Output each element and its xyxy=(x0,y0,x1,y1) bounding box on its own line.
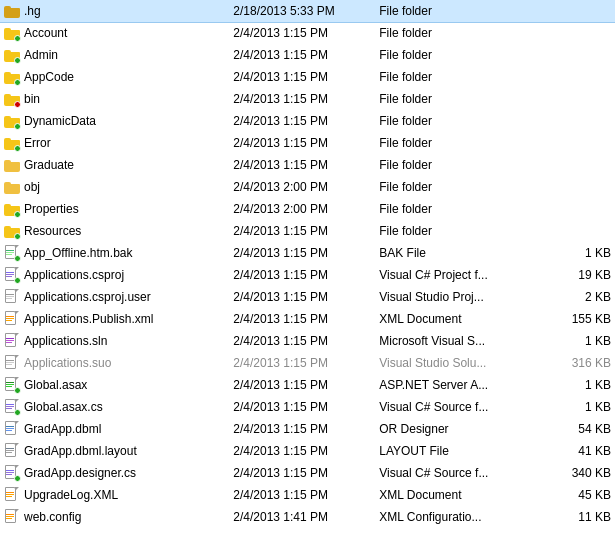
file-type: Microsoft Visual S... xyxy=(375,330,542,352)
file-name: .hg xyxy=(24,1,41,21)
file-icon xyxy=(4,289,20,305)
file-type: XML Document xyxy=(375,484,542,506)
file-type: LAYOUT File xyxy=(375,440,542,462)
file-date: 2/4/2013 2:00 PM xyxy=(229,176,375,198)
file-icon xyxy=(4,311,20,327)
file-name-cell: .hg xyxy=(0,0,229,22)
file-date: 2/4/2013 2:00 PM xyxy=(229,198,375,220)
file-type: Visual Studio Solu... xyxy=(375,352,542,374)
file-icon xyxy=(4,91,20,107)
file-type: File folder xyxy=(375,66,542,88)
file-icon xyxy=(4,201,20,217)
file-icon xyxy=(4,355,20,371)
table-row[interactable]: Global.asax.cs2/4/2013 1:15 PMVisual C# … xyxy=(0,396,615,418)
file-name-cell: Account xyxy=(0,22,229,44)
table-row[interactable]: Applications.Publish.xml2/4/2013 1:15 PM… xyxy=(0,308,615,330)
file-name-cell: AppCode xyxy=(0,66,229,88)
table-row[interactable]: Global.asax2/4/2013 1:15 PMASP.NET Serve… xyxy=(0,374,615,396)
table-row[interactable]: Applications.suo2/4/2013 1:15 PMVisual S… xyxy=(0,352,615,374)
file-name-cell: Properties xyxy=(0,198,229,220)
file-size: 155 KB xyxy=(542,308,615,330)
file-date: 2/4/2013 1:15 PM xyxy=(229,132,375,154)
file-type: Visual Studio Proj... xyxy=(375,286,542,308)
file-type: File folder xyxy=(375,220,542,242)
file-date: 2/4/2013 1:15 PM xyxy=(229,220,375,242)
file-icon xyxy=(4,113,20,129)
file-name: Properties xyxy=(24,199,79,219)
file-list: .hg2/18/2013 5:33 PMFile folderAccount2/… xyxy=(0,0,615,528)
file-size: 1 KB xyxy=(542,330,615,352)
file-icon xyxy=(4,333,20,349)
file-date: 2/4/2013 1:15 PM xyxy=(229,66,375,88)
file-name: GradApp.designer.cs xyxy=(24,463,136,483)
file-size xyxy=(542,220,615,242)
table-row[interactable]: GradApp.dbml.layout2/4/2013 1:15 PMLAYOU… xyxy=(0,440,615,462)
file-size: 1 KB xyxy=(542,396,615,418)
file-name: AppCode xyxy=(24,67,74,87)
file-type: Visual C# Source f... xyxy=(375,396,542,418)
file-icon xyxy=(4,421,20,437)
file-type: File folder xyxy=(375,44,542,66)
table-row[interactable]: Admin2/4/2013 1:15 PMFile folder xyxy=(0,44,615,66)
table-row[interactable]: obj2/4/2013 2:00 PMFile folder xyxy=(0,176,615,198)
file-date: 2/4/2013 1:15 PM xyxy=(229,352,375,374)
table-row[interactable]: GradApp.dbml2/4/2013 1:15 PMOR Designer5… xyxy=(0,418,615,440)
table-row[interactable]: Account2/4/2013 1:15 PMFile folder xyxy=(0,22,615,44)
file-name: GradApp.dbml.layout xyxy=(24,441,137,461)
file-icon xyxy=(4,487,20,503)
table-row[interactable]: web.config2/4/2013 1:41 PMXML Configurat… xyxy=(0,506,615,528)
file-type: File folder xyxy=(375,198,542,220)
file-type: Visual C# Project f... xyxy=(375,264,542,286)
file-name-cell: Applications.csproj xyxy=(0,264,229,286)
table-row[interactable]: Properties2/4/2013 2:00 PMFile folder xyxy=(0,198,615,220)
file-date: 2/4/2013 1:15 PM xyxy=(229,396,375,418)
file-name-cell: Admin xyxy=(0,44,229,66)
table-row[interactable]: .hg2/18/2013 5:33 PMFile folder xyxy=(0,0,615,22)
file-name-cell: Applications.sln xyxy=(0,330,229,352)
file-size: 340 KB xyxy=(542,462,615,484)
file-date: 2/4/2013 1:15 PM xyxy=(229,484,375,506)
table-row[interactable]: Applications.csproj.user2/4/2013 1:15 PM… xyxy=(0,286,615,308)
table-row[interactable]: DynamicData2/4/2013 1:15 PMFile folder xyxy=(0,110,615,132)
file-name: web.config xyxy=(24,507,81,527)
table-row[interactable]: App_Offline.htm.bak2/4/2013 1:15 PMBAK F… xyxy=(0,242,615,264)
file-type: OR Designer xyxy=(375,418,542,440)
table-row[interactable]: bin2/4/2013 1:15 PMFile folder xyxy=(0,88,615,110)
file-name-cell: Graduate xyxy=(0,154,229,176)
file-name-cell: Resources xyxy=(0,220,229,242)
file-date: 2/4/2013 1:41 PM xyxy=(229,506,375,528)
file-icon xyxy=(4,443,20,459)
file-name-cell: GradApp.designer.cs xyxy=(0,462,229,484)
table-row[interactable]: Graduate2/4/2013 1:15 PMFile folder xyxy=(0,154,615,176)
table-row[interactable]: GradApp.designer.cs2/4/2013 1:15 PMVisua… xyxy=(0,462,615,484)
table-row[interactable]: Applications.sln2/4/2013 1:15 PMMicrosof… xyxy=(0,330,615,352)
file-date: 2/4/2013 1:15 PM xyxy=(229,44,375,66)
file-name-cell: UpgradeLog.XML xyxy=(0,484,229,506)
file-icon xyxy=(4,465,20,481)
file-type: ASP.NET Server A... xyxy=(375,374,542,396)
file-name: App_Offline.htm.bak xyxy=(24,243,133,263)
file-size xyxy=(542,66,615,88)
file-date: 2/4/2013 1:15 PM xyxy=(229,22,375,44)
file-name: bin xyxy=(24,89,40,109)
table-row[interactable]: Applications.csproj2/4/2013 1:15 PMVisua… xyxy=(0,264,615,286)
table-row[interactable]: Error2/4/2013 1:15 PMFile folder xyxy=(0,132,615,154)
table-row[interactable]: Resources2/4/2013 1:15 PMFile folder xyxy=(0,220,615,242)
file-type: File folder xyxy=(375,132,542,154)
file-name: Applications.suo xyxy=(24,353,111,373)
file-name-cell: GradApp.dbml xyxy=(0,418,229,440)
file-name: Account xyxy=(24,23,67,43)
file-size xyxy=(542,132,615,154)
file-size xyxy=(542,22,615,44)
table-row[interactable]: UpgradeLog.XML2/4/2013 1:15 PMXML Docume… xyxy=(0,484,615,506)
file-name: Global.asax xyxy=(24,375,87,395)
file-name: Applications.Publish.xml xyxy=(24,309,153,329)
file-size: 316 KB xyxy=(542,352,615,374)
file-icon xyxy=(4,179,20,195)
table-row[interactable]: AppCode2/4/2013 1:15 PMFile folder xyxy=(0,66,615,88)
file-size xyxy=(542,110,615,132)
file-name: Error xyxy=(24,133,51,153)
file-name: Applications.csproj.user xyxy=(24,287,151,307)
file-date: 2/4/2013 1:15 PM xyxy=(229,308,375,330)
file-name: obj xyxy=(24,177,40,197)
